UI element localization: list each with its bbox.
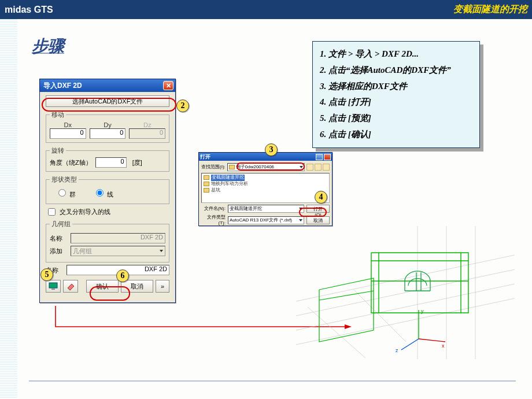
svg-line-5: [296, 269, 515, 316]
new-folder-icon[interactable]: [315, 164, 322, 171]
step-3: 3. 选择相应的DXF文件: [320, 79, 472, 95]
chevron-down-icon: [300, 166, 303, 168]
name-field: DXF 2D: [71, 233, 165, 243]
clear-button[interactable]: [63, 280, 78, 293]
filetype-label: 文件类型(T):: [201, 215, 226, 226]
geom-legend: 几何组: [50, 220, 72, 228]
cancel-button[interactable]: 取消: [306, 216, 330, 224]
instruction-box: 1. 文件 > 导入 > DXF 2D... 2. 点击“选择AutoCAD的D…: [312, 41, 480, 148]
callout-2: 2: [176, 99, 189, 112]
up-folder-icon[interactable]: [306, 164, 313, 171]
callout-5: 5: [40, 268, 53, 281]
svg-text:y: y: [421, 308, 424, 314]
shape-legend: 形状类型: [50, 175, 79, 184]
svg-line-17: [319, 291, 374, 300]
angle-input[interactable]: 0: [95, 157, 127, 168]
monitor-icon: [49, 282, 58, 290]
cross-split-checkbox[interactable]: [48, 208, 56, 216]
svg-line-12: [354, 290, 406, 342]
close-icon[interactable]: ✕: [163, 81, 173, 90]
dx-label: Dx: [50, 121, 86, 128]
svg-line-27: [401, 339, 419, 350]
dx-input[interactable]: 0: [50, 128, 86, 139]
import-dxf-dialog: 导入DXF 2D ✕ 选择AutoCAD的DXF文件 移动 Dx Dy Dz 0…: [39, 79, 176, 303]
fileopen-title: 打开: [200, 153, 210, 161]
chevron-down-icon: [160, 250, 163, 252]
file-list[interactable]: 变截面隧道开挖 地铁列车动力分析 基坑: [201, 173, 330, 203]
divider: [29, 380, 516, 382]
open-button[interactable]: 打开(O): [306, 205, 330, 213]
apply-more-button[interactable]: »: [156, 280, 169, 293]
lookin-label: 查找范围(I):: [201, 164, 226, 170]
svg-text:z: z: [396, 348, 398, 353]
filename-input[interactable]: 变截面隧道开挖: [228, 205, 304, 213]
move-group: 移动 Dx Dy Dz 0 0 0: [46, 110, 169, 143]
step-6: 6. 点击 [确认]: [320, 127, 472, 143]
callout-6: 6: [116, 269, 129, 282]
folder-icon: [229, 165, 235, 169]
callout-4: 4: [315, 191, 327, 204]
add-label: 添加: [50, 247, 67, 256]
chevron-down-icon: [299, 208, 302, 210]
step-2: 2. 点击“选择AutoCAD的DXF文件”: [320, 62, 472, 79]
step-1: 1. 文件 > 导入 > DXF 2D...: [320, 46, 472, 62]
ok-button[interactable]: 确认: [86, 280, 119, 293]
rotate-group: 旋转 角度（绕Z轴） 0 [度]: [46, 146, 169, 172]
dy-input[interactable]: 0: [90, 128, 126, 139]
svg-rect-1: [51, 289, 55, 290]
decorative-left-stripe: [0, 19, 17, 399]
radio-line[interactable]: 线: [93, 187, 113, 199]
eraser-icon: [66, 282, 75, 290]
callout-3: 3: [265, 143, 278, 156]
svg-marker-2: [68, 284, 74, 290]
step-4: 4. 点击 [打开]: [320, 94, 472, 110]
cancel-button[interactable]: 取消: [121, 280, 153, 293]
name-label: 名称: [50, 234, 67, 243]
fileopen-titlebar[interactable]: 打开: [199, 153, 332, 161]
select-dxf-button[interactable]: 选择AutoCAD的DXF文件: [46, 95, 169, 107]
dialog-titlebar[interactable]: 导入DXF 2D ✕: [40, 79, 175, 92]
list-item: 地铁列车动力分析: [204, 181, 327, 187]
svg-rect-0: [49, 283, 57, 288]
file-open-dialog: 打开 查找范围(I): 例子0dw20070406 变截面隧道: [198, 152, 332, 226]
list-item: 变截面隧道开挖: [204, 175, 327, 181]
cross-split-label: 交叉分割导入的线: [60, 208, 110, 216]
list-item: 基坑: [204, 187, 327, 194]
slide-content: 步骤 1. 文件 > 导入 > DXF 2D... 2. 点击“选择AutoCA…: [17, 19, 532, 399]
filetype-combo[interactable]: AutoCAD R13 DXF文件 (*.dxf): [228, 216, 304, 224]
dz-label: Dz: [129, 121, 165, 128]
geom-group: 几何组 名称 DXF 2D 添加 几何组: [46, 220, 169, 263]
shape-type-group: 形状类型 群 线: [46, 175, 169, 204]
preview-button[interactable]: [46, 280, 61, 293]
folder-icon: [204, 182, 209, 186]
move-legend: 移动: [50, 110, 66, 119]
svg-line-7: [296, 298, 515, 345]
chevron-down-icon: [299, 219, 302, 221]
help-icon[interactable]: [316, 154, 323, 160]
svg-line-11: [308, 307, 365, 358]
angle-label: 角度（绕Z轴）: [50, 158, 92, 167]
step-5: 5. 点击 [预览]: [320, 110, 472, 127]
svg-text:x: x: [442, 343, 445, 349]
filename-label: 文件名(N):: [201, 206, 226, 212]
model-preview: y x z: [285, 226, 516, 359]
folder-icon: [204, 188, 209, 193]
header-bar: midas GTS 变截面隧道的开挖: [0, 0, 532, 19]
dz-input: 0: [129, 128, 165, 139]
brand-text: midas GTS: [5, 5, 53, 15]
svg-line-25: [419, 339, 445, 342]
lookin-combo[interactable]: 例子0dw20070406: [227, 163, 305, 171]
radio-group[interactable]: 群: [56, 187, 76, 199]
dy-label: Dy: [90, 121, 126, 128]
rotate-legend: 旋转: [50, 146, 66, 155]
dialog-title: 导入DXF 2D: [43, 81, 82, 91]
steps-title: 步骤: [32, 35, 64, 57]
degree-unit: [度]: [132, 158, 142, 167]
add-dropdown[interactable]: 几何组: [71, 246, 165, 256]
page-subtitle: 变截面隧道的开挖: [453, 3, 527, 16]
view-menu-icon[interactable]: [323, 164, 330, 171]
close-icon[interactable]: [324, 154, 331, 160]
folder-icon: [204, 175, 209, 180]
